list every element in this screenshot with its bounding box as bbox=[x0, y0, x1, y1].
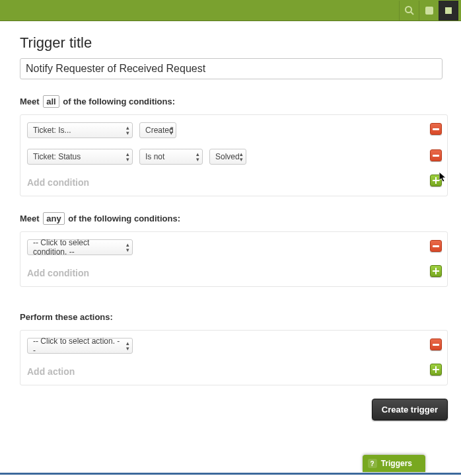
add-condition-label: Add condition bbox=[27, 177, 89, 188]
condition-field-select[interactable]: -- Click to select condition. -- ▴▾ bbox=[27, 239, 133, 255]
svg-rect-3 bbox=[445, 7, 452, 14]
label-text: Meet bbox=[20, 97, 40, 106]
page-title: Trigger title bbox=[20, 34, 446, 52]
select-value: -- Click to select action. -- bbox=[33, 337, 120, 355]
all-boxed: all bbox=[43, 95, 59, 108]
label-text: of the following conditions: bbox=[63, 97, 175, 106]
select-value: Is not bbox=[145, 152, 164, 161]
add-action-button[interactable] bbox=[430, 364, 442, 376]
help-icon: ? bbox=[368, 459, 377, 468]
trigger-title-input[interactable] bbox=[20, 58, 443, 79]
select-arrows-icon: ▴▾ bbox=[126, 242, 129, 253]
select-arrows-icon: ▴▾ bbox=[126, 151, 129, 162]
app-icon[interactable] bbox=[439, 1, 458, 20]
condition-operator-select[interactable]: Is not ▴▾ bbox=[139, 149, 203, 165]
select-value: Solved bbox=[215, 152, 240, 161]
add-condition-label: Add condition bbox=[27, 268, 89, 278]
any-boxed: any bbox=[43, 212, 64, 225]
label-text: of the following conditions: bbox=[68, 214, 180, 223]
remove-condition-button[interactable] bbox=[430, 240, 442, 252]
svg-point-0 bbox=[406, 7, 411, 13]
label-text: Meet bbox=[20, 214, 40, 223]
create-trigger-button[interactable]: Create trigger bbox=[372, 399, 448, 420]
condition-row: -- Click to select condition. -- ▴▾ bbox=[27, 239, 441, 256]
any-conditions-area: -- Click to select condition. -- ▴▾ Add … bbox=[20, 231, 448, 287]
label-text: Perform these actions: bbox=[20, 312, 113, 322]
footer: Create trigger bbox=[20, 399, 448, 420]
all-conditions-label: Meet all of the following conditions: bbox=[20, 97, 446, 106]
condition-field-select[interactable]: Ticket: Status ▴▾ bbox=[27, 149, 133, 165]
condition-field-select[interactable]: Ticket: Is... ▴▾ bbox=[27, 122, 133, 138]
remove-condition-button[interactable] bbox=[430, 149, 442, 161]
search-icon[interactable] bbox=[399, 1, 419, 20]
select-arrows-icon: ▴▾ bbox=[126, 125, 129, 136]
topbar bbox=[0, 0, 461, 21]
add-action-label: Add action bbox=[27, 366, 75, 377]
condition-row: Ticket: Status ▴▾ Is not ▴▾ Solved ▴▾ bbox=[27, 148, 441, 165]
actions-area: -- Click to select action. -- ▴▾ Add act… bbox=[20, 330, 448, 385]
select-arrows-icon: ▴▾ bbox=[196, 151, 199, 162]
help-icon[interactable] bbox=[419, 1, 439, 20]
action-select[interactable]: -- Click to select action. -- ▴▾ bbox=[27, 338, 133, 354]
select-arrows-icon: ▴▾ bbox=[240, 151, 243, 162]
page-content: Trigger title Meet all of the following … bbox=[0, 21, 461, 427]
add-condition-button[interactable] bbox=[430, 265, 442, 277]
condition-row: Ticket: Is... ▴▾ Created ▴▾ bbox=[27, 122, 441, 139]
remove-condition-button[interactable] bbox=[430, 123, 442, 135]
select-value: Ticket: Is... bbox=[33, 126, 71, 135]
select-arrows-icon: ▴▾ bbox=[170, 125, 173, 136]
svg-rect-9 bbox=[433, 369, 439, 370]
select-value: Ticket: Status bbox=[33, 152, 81, 161]
all-conditions-area: Ticket: Is... ▴▾ Created ▴▾ Ticket: Stat… bbox=[20, 114, 448, 196]
svg-rect-7 bbox=[433, 270, 439, 272]
add-condition-row: Add condition bbox=[27, 265, 441, 284]
select-arrows-icon: ▴▾ bbox=[126, 340, 129, 351]
condition-value-select[interactable]: Solved ▴▾ bbox=[209, 149, 246, 165]
condition-operator-select[interactable]: Created ▴▾ bbox=[139, 122, 176, 138]
actions-label: Perform these actions: bbox=[20, 312, 446, 322]
select-value: -- Click to select condition. -- bbox=[33, 238, 120, 257]
add-condition-button[interactable] bbox=[430, 175, 442, 186]
triggers-tab-label: Triggers bbox=[381, 459, 412, 468]
action-row: -- Click to select action. -- ▴▾ bbox=[27, 337, 441, 354]
triggers-tab[interactable]: ? Triggers bbox=[363, 455, 425, 472]
svg-rect-5 bbox=[433, 180, 439, 181]
bottom-border bbox=[0, 473, 461, 475]
add-condition-row: Add condition bbox=[27, 175, 441, 193]
svg-line-1 bbox=[411, 12, 413, 15]
remove-action-button[interactable] bbox=[430, 338, 442, 350]
any-conditions-label: Meet any of the following conditions: bbox=[20, 214, 446, 223]
svg-rect-2 bbox=[425, 7, 433, 15]
add-action-row: Add action bbox=[27, 364, 441, 382]
